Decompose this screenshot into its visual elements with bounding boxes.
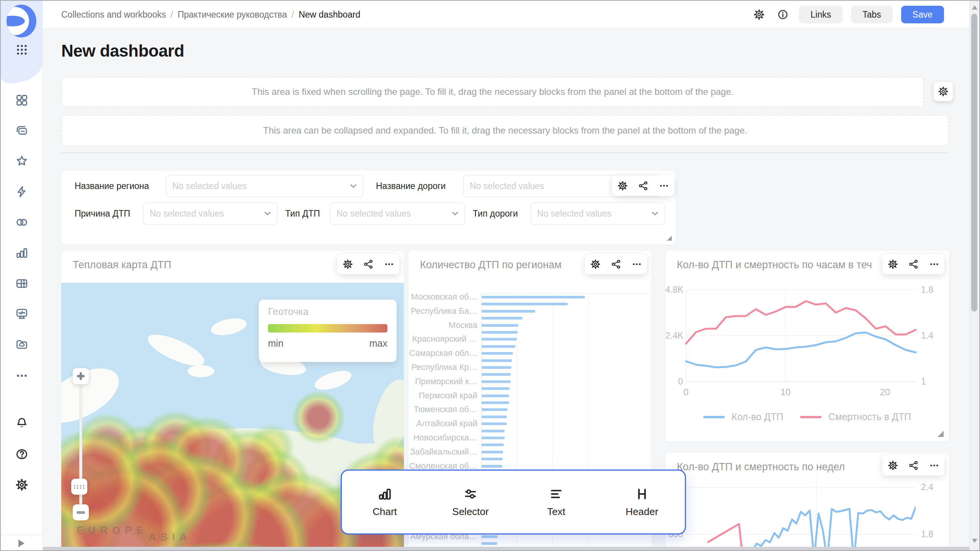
- widget-more-button[interactable]: [926, 458, 942, 473]
- bar[interactable]: [482, 443, 504, 446]
- collapsible-drop-area[interactable]: This area can be collapsed and expanded.…: [61, 115, 949, 146]
- expand-sidebar-icon[interactable]: [18, 540, 24, 547]
- bar[interactable]: [482, 408, 508, 411]
- widget-links-button[interactable]: [906, 256, 921, 272]
- bar[interactable]: [482, 310, 535, 313]
- bar[interactable]: [482, 401, 509, 404]
- widget-links-button[interactable]: [906, 458, 921, 473]
- bar[interactable]: [482, 422, 507, 425]
- bar[interactable]: [482, 324, 518, 327]
- widget-more-button[interactable]: [629, 256, 644, 272]
- bar[interactable]: [482, 416, 507, 418]
- chart-title: Тепловая карта ДТП: [73, 259, 171, 271]
- bar[interactable]: [482, 303, 568, 305]
- bar[interactable]: [482, 430, 505, 432]
- sidebar-item-more[interactable]: [15, 369, 28, 382]
- widget-settings-button[interactable]: [885, 458, 900, 473]
- weekly-lines-plot[interactable]: [686, 464, 916, 551]
- legend-label-mortality[interactable]: Смертность в ДТП: [828, 411, 911, 422]
- resize-handle[interactable]: [938, 431, 944, 437]
- resize-handle[interactable]: [667, 236, 672, 241]
- sidebar-item-storage[interactable]: [15, 338, 28, 351]
- bar[interactable]: [482, 458, 503, 460]
- cause-select[interactable]: No selected values: [143, 202, 278, 225]
- bar[interactable]: [482, 542, 497, 545]
- scroll-down-arrow[interactable]: [972, 539, 977, 543]
- widget-settings-button[interactable]: [885, 256, 900, 272]
- widget-more-button[interactable]: [926, 256, 942, 272]
- gear-icon: [888, 460, 898, 471]
- region-select[interactable]: No selected values: [166, 175, 363, 197]
- sidebar-item-monitoring[interactable]: [15, 307, 28, 320]
- breadcrumb-workbook[interactable]: Практические руководства: [178, 10, 287, 20]
- map-zoom-in-button[interactable]: [73, 368, 89, 384]
- add-text-button[interactable]: Text: [513, 487, 599, 518]
- bar-row: Пермский край: [408, 392, 652, 399]
- sidebar-item-dashboards[interactable]: [15, 94, 28, 107]
- datalens-logo-icon[interactable]: [7, 5, 36, 37]
- bar[interactable]: [482, 387, 510, 390]
- bar[interactable]: [482, 296, 585, 298]
- scroll-up-arrow[interactable]: [972, 5, 977, 10]
- bar[interactable]: [482, 380, 511, 383]
- notifications-button[interactable]: [15, 417, 28, 430]
- widget-more-button[interactable]: [381, 256, 397, 272]
- sidebar-item-favorites[interactable]: [15, 155, 28, 168]
- bar[interactable]: [482, 437, 505, 439]
- bar[interactable]: [482, 465, 502, 468]
- bar[interactable]: [482, 345, 515, 348]
- fixed-drop-area[interactable]: This area is fixed when scrolling the pa…: [61, 77, 924, 107]
- bar[interactable]: [482, 331, 518, 334]
- widget-settings-button[interactable]: [588, 256, 603, 272]
- add-chart-button[interactable]: Chart: [342, 487, 428, 518]
- sidebar-item-charts[interactable]: [15, 246, 28, 259]
- widget-more-button[interactable]: [656, 178, 671, 193]
- settings-button[interactable]: [15, 478, 28, 491]
- sidebar-item-connections[interactable]: [15, 185, 28, 198]
- legend-label-accidents[interactable]: Кол-во ДТП: [732, 411, 783, 422]
- save-button[interactable]: Save: [901, 6, 944, 23]
- bar-row: Москва: [408, 322, 652, 329]
- help-button[interactable]: [15, 448, 28, 461]
- series-line-accidents: [686, 333, 916, 367]
- gear-icon: [753, 9, 765, 20]
- sidebar-item-tables[interactable]: [15, 277, 28, 290]
- share-flow-icon: [908, 259, 919, 269]
- bar[interactable]: [482, 352, 513, 355]
- bar[interactable]: [482, 373, 511, 376]
- sidebar-item-datasets[interactable]: [15, 216, 28, 229]
- hourly-lines-plot[interactable]: [686, 285, 916, 388]
- dashboard-settings-button[interactable]: [751, 7, 767, 22]
- bar[interactable]: [482, 338, 517, 341]
- vertical-scrollbar[interactable]: [969, 1, 979, 551]
- widget-links-button[interactable]: [361, 256, 376, 272]
- widget-settings-button[interactable]: [615, 178, 630, 193]
- widget-links-button[interactable]: [635, 178, 651, 193]
- x-tick: 10: [776, 387, 795, 398]
- bar[interactable]: [482, 395, 509, 397]
- widget-settings-button[interactable]: [340, 256, 355, 272]
- map-zoom-out-button[interactable]: [73, 504, 89, 520]
- horizontal-scrollbar[interactable]: [43, 547, 971, 551]
- bar[interactable]: [482, 317, 523, 320]
- apps-grid-icon[interactable]: [15, 43, 28, 56]
- sidebar-item-collections[interactable]: [15, 124, 28, 137]
- widget-links-button[interactable]: [608, 256, 624, 272]
- breadcrumb-collections[interactable]: Collections and workbooks: [61, 10, 166, 20]
- selector-label-road: Название дороги: [376, 175, 446, 197]
- fixed-area-settings-button[interactable]: [934, 82, 953, 101]
- info-button[interactable]: [775, 7, 791, 22]
- breadcrumb-current: New dashboard: [299, 10, 360, 20]
- bar[interactable]: [482, 366, 511, 369]
- add-header-button[interactable]: Header: [599, 487, 685, 518]
- accident-type-select[interactable]: No selected values: [330, 202, 465, 225]
- road-type-select[interactable]: No selected values: [531, 202, 665, 225]
- bar[interactable]: [482, 451, 503, 453]
- map-ruler-button[interactable]: [71, 479, 87, 495]
- scrollbar-thumb[interactable]: [971, 14, 977, 311]
- tabs-button[interactable]: Tabs: [851, 6, 893, 23]
- add-selector-button[interactable]: Selector: [428, 487, 513, 518]
- links-button[interactable]: Links: [799, 6, 843, 23]
- bar[interactable]: [482, 535, 498, 538]
- bar[interactable]: [482, 359, 512, 362]
